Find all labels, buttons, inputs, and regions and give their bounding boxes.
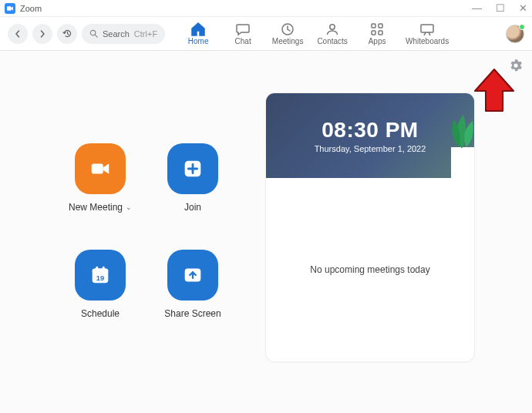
history-icon — [62, 29, 72, 39]
svg-rect-5 — [379, 24, 382, 28]
share-screen-button[interactable] — [167, 250, 218, 301]
gear-icon — [509, 59, 523, 72]
svg-rect-19 — [451, 147, 474, 178]
action-share-screen: Share Screen — [146, 250, 239, 319]
main-content: New Meeting ⌄ Join 19 Schedule — [0, 51, 532, 413]
new-meeting-button[interactable] — [75, 143, 126, 194]
tab-label: Whiteboards — [406, 37, 449, 45]
tab-contacts[interactable]: Contacts — [310, 22, 355, 45]
tab-label: Home — [188, 37, 209, 45]
zoom-logo-icon — [5, 3, 15, 14]
current-date: Thursday, September 1, 2022 — [315, 144, 426, 153]
search-input[interactable]: Search Ctrl+F — [82, 24, 165, 44]
chevron-down-icon: ⌄ — [126, 203, 132, 211]
title-bar: Zoom — ☐ ✕ — [0, 0, 532, 17]
svg-rect-4 — [372, 24, 375, 28]
svg-rect-6 — [372, 31, 375, 35]
history-button[interactable] — [57, 24, 77, 44]
quick-actions-grid: New Meeting ⌄ Join 19 Schedule — [54, 143, 239, 319]
svg-rect-7 — [379, 31, 382, 35]
search-shortcut: Ctrl+F — [134, 29, 157, 39]
action-label-text: Schedule — [81, 308, 120, 319]
search-label: Search — [103, 29, 130, 39]
search-icon — [89, 29, 98, 38]
action-new-meeting: New Meeting ⌄ — [54, 143, 146, 213]
meetings-icon — [280, 22, 295, 36]
upcoming-meetings-body: No upcoming meetings today — [266, 178, 474, 361]
home-icon — [190, 22, 206, 36]
action-join: Join — [146, 143, 239, 213]
profile-avatar[interactable] — [506, 25, 524, 43]
svg-rect-8 — [421, 25, 433, 32]
presence-indicator — [519, 24, 525, 30]
share-screen-icon — [181, 264, 204, 287]
upcoming-card: 08:30 PM Thursday, September 1, 2022 No … — [265, 92, 475, 362]
svg-text:19: 19 — [96, 274, 104, 282]
settings-button[interactable] — [509, 59, 523, 72]
video-icon — [89, 157, 112, 180]
schedule-button[interactable]: 19 — [75, 250, 126, 301]
tab-label: Chat — [235, 37, 251, 45]
chevron-right-icon — [39, 30, 46, 38]
tab-meetings[interactable]: Meetings — [265, 22, 310, 45]
nav-forward-button[interactable] — [32, 24, 52, 44]
chat-icon — [235, 22, 251, 36]
svg-rect-11 — [92, 163, 103, 173]
plant-decoration-icon — [423, 93, 474, 178]
annotation-arrow — [473, 68, 515, 117]
no-meetings-text: No upcoming meetings today — [310, 264, 429, 275]
action-schedule: 19 Schedule — [54, 250, 146, 319]
maximize-button[interactable]: ☐ — [496, 3, 505, 13]
tab-home[interactable]: Home — [176, 22, 221, 45]
svg-point-0 — [90, 30, 95, 35]
close-button[interactable]: ✕ — [519, 3, 527, 13]
svg-line-1 — [95, 35, 97, 37]
tab-label: Apps — [369, 37, 386, 45]
svg-rect-15 — [96, 267, 98, 271]
action-label-text: New Meeting — [69, 202, 123, 213]
chevron-left-icon — [14, 30, 22, 38]
whiteboards-icon — [419, 22, 435, 36]
nav-back-button[interactable] — [8, 24, 28, 44]
calendar-icon: 19 — [89, 264, 112, 287]
action-label-text: Share Screen — [164, 308, 221, 319]
svg-rect-16 — [103, 267, 105, 271]
svg-point-3 — [330, 24, 335, 29]
apps-icon — [369, 22, 385, 36]
card-hero: 08:30 PM Thursday, September 1, 2022 — [266, 93, 474, 178]
minimize-button[interactable]: — — [472, 3, 482, 13]
window-title: Zoom — [20, 4, 42, 13]
tab-whiteboards[interactable]: Whiteboards — [399, 22, 455, 45]
tab-chat[interactable]: Chat — [221, 22, 265, 45]
nav-tabs: Home Chat Meetings Contacts Apps — [176, 22, 455, 45]
tab-apps[interactable]: Apps — [355, 22, 399, 45]
new-meeting-dropdown[interactable]: New Meeting ⌄ — [69, 202, 132, 213]
tab-label: Meetings — [272, 37, 304, 45]
tab-label: Contacts — [317, 37, 347, 45]
plus-icon — [181, 157, 204, 180]
contacts-icon — [325, 22, 340, 36]
current-time: 08:30 PM — [322, 118, 418, 143]
top-toolbar: Search Ctrl+F Home Chat Meetings Conta — [0, 17, 532, 51]
join-button[interactable] — [167, 143, 218, 194]
action-label-text: Join — [184, 202, 201, 213]
svg-rect-14 — [93, 269, 109, 274]
